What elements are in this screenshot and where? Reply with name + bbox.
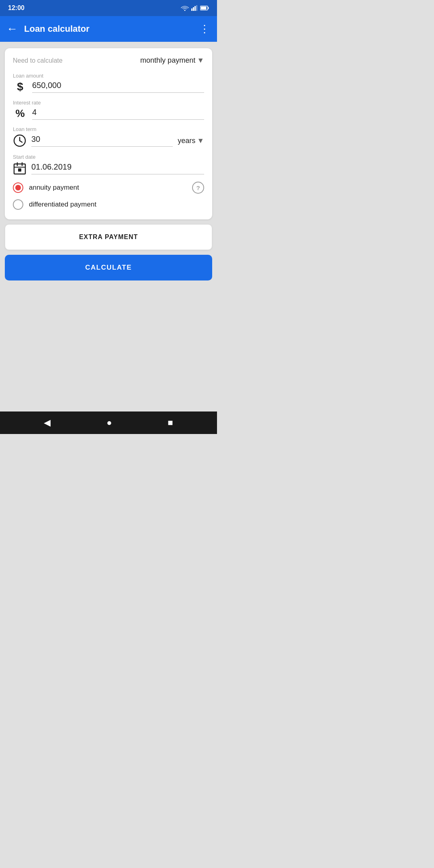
svg-rect-2 <box>193 7 194 11</box>
svg-rect-1 <box>191 8 192 11</box>
start-date-field: Start date <box>13 154 204 175</box>
help-icon[interactable]: ? <box>192 182 204 194</box>
nav-home-button[interactable]: ● <box>106 418 112 428</box>
loan-term-row: years ▼ <box>13 134 204 147</box>
calc-type-arrow-icon: ▼ <box>197 56 204 65</box>
svg-rect-15 <box>18 168 21 172</box>
loan-amount-row: $ <box>13 80 204 93</box>
status-time: 12:00 <box>8 4 25 12</box>
loan-term-input-wrap <box>31 135 173 147</box>
svg-rect-7 <box>201 7 207 10</box>
interest-rate-field: Interest rate % <box>13 100 204 120</box>
nav-back-button[interactable]: ◀ <box>44 418 51 428</box>
annuity-payment-row: annuity payment ? <box>13 182 204 194</box>
status-icons <box>181 5 209 11</box>
calendar-icon <box>13 162 27 175</box>
svg-rect-3 <box>194 6 196 11</box>
loan-amount-input[interactable] <box>32 81 204 90</box>
annuity-payment-label: annuity payment <box>29 184 186 192</box>
dollar-icon: $ <box>13 80 27 93</box>
battery-icon <box>200 6 209 10</box>
payment-type-group: annuity payment ? differentiated payment <box>13 182 204 210</box>
need-to-calc-label: Need to calculate <box>13 57 63 64</box>
calculate-button[interactable]: CALCULATE <box>5 255 212 280</box>
percent-icon: % <box>13 107 27 120</box>
clock-icon <box>13 134 27 147</box>
calc-type-row: Need to calculate monthly payment ▼ <box>13 56 204 65</box>
differentiated-payment-row: differentiated payment <box>13 199 204 210</box>
start-date-label: Start date <box>13 154 204 160</box>
app-bar: ← Loan calculator ⋮ <box>0 16 217 42</box>
interest-rate-input-wrap <box>32 108 204 120</box>
loan-term-field: Loan term years ▼ <box>13 126 204 147</box>
back-button[interactable]: ← <box>6 23 18 35</box>
loan-term-label: Loan term <box>13 126 204 132</box>
start-date-input-wrap <box>31 162 204 174</box>
loan-term-input[interactable] <box>31 135 173 144</box>
loan-term-unit-text: years <box>178 137 195 145</box>
app-title: Loan calculator <box>24 24 199 34</box>
calc-type-value: monthly payment <box>140 56 195 65</box>
extra-payment-button[interactable]: EXTRA PAYMENT <box>5 224 212 250</box>
loan-amount-input-wrap <box>32 81 204 93</box>
bottom-nav: ◀ ● ■ <box>0 411 217 434</box>
svg-point-0 <box>184 10 186 11</box>
status-bar: 12:00 <box>0 0 217 16</box>
interest-rate-input[interactable] <box>32 108 204 117</box>
interest-rate-row: % <box>13 107 204 120</box>
loan-amount-label: Loan amount <box>13 73 204 79</box>
more-options-button[interactable]: ⋮ <box>199 23 211 35</box>
main-content: Need to calculate monthly payment ▼ Loan… <box>0 42 217 411</box>
svg-rect-6 <box>208 7 209 9</box>
annuity-payment-radio-inner <box>15 185 21 190</box>
annuity-payment-radio[interactable] <box>13 182 23 193</box>
input-card: Need to calculate monthly payment ▼ Loan… <box>5 48 212 219</box>
nav-recent-button[interactable]: ■ <box>168 418 173 428</box>
start-date-row <box>13 162 204 175</box>
start-date-input[interactable] <box>31 162 204 172</box>
svg-rect-4 <box>196 5 197 11</box>
calc-type-dropdown[interactable]: monthly payment ▼ <box>66 56 204 65</box>
loan-term-unit-arrow-icon: ▼ <box>197 137 204 145</box>
wifi-icon <box>181 5 189 11</box>
signal-icon <box>191 5 198 11</box>
loan-term-unit-dropdown[interactable]: years ▼ <box>178 137 204 145</box>
differentiated-payment-label: differentiated payment <box>29 201 204 209</box>
differentiated-payment-radio[interactable] <box>13 199 23 210</box>
interest-rate-label: Interest rate <box>13 100 204 106</box>
loan-amount-field: Loan amount $ <box>13 73 204 93</box>
svg-line-10 <box>20 141 22 142</box>
